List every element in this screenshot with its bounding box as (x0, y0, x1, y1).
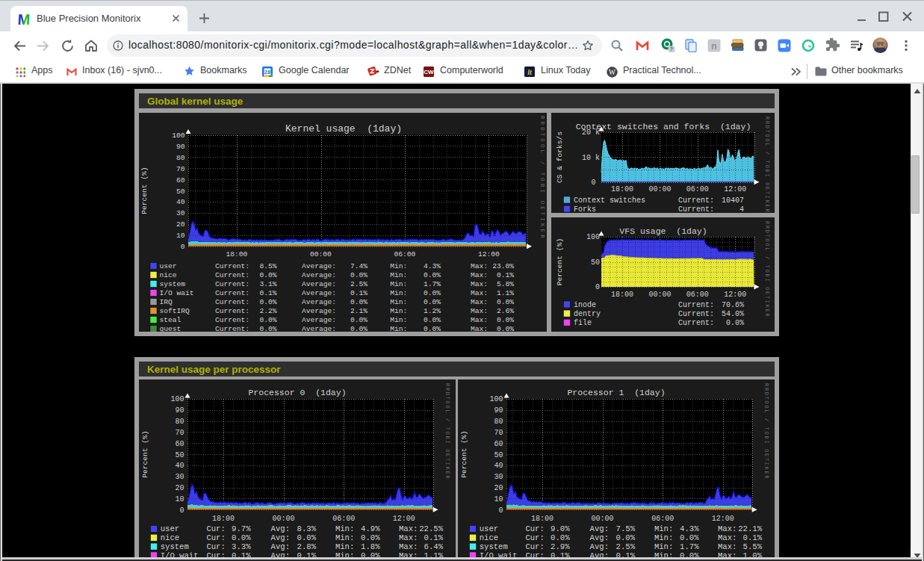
svg-text:M: M (17, 12, 31, 26)
svg-text:4.3%: 4.3% (424, 262, 441, 270)
svg-text:0.1%: 0.1% (743, 533, 763, 542)
svg-text:2.6%: 2.6% (497, 307, 514, 315)
svg-text:18:00: 18:00 (212, 515, 235, 523)
svg-text:70: 70 (175, 429, 184, 437)
svg-text:system: system (160, 280, 186, 288)
svg-text:user: user (160, 262, 177, 270)
svg-text:7.5%: 7.5% (616, 524, 636, 533)
svg-text:50: 50 (175, 451, 184, 459)
svg-text:5.8%: 5.8% (497, 280, 514, 288)
svg-text:2.5%: 2.5% (616, 542, 636, 551)
svg-text:12:00: 12:00 (712, 515, 734, 523)
svg-text:4: 4 (739, 205, 744, 213)
svg-text:06:00: 06:00 (686, 291, 709, 299)
svg-text:60: 60 (175, 440, 184, 448)
svg-text:Min:: Min: (335, 533, 354, 542)
svg-text:0.0%: 0.0% (259, 316, 276, 324)
svg-text:Current:: Current: (678, 205, 714, 213)
svg-text:Min:: Min: (654, 542, 673, 551)
svg-text:0.0%: 0.0% (350, 298, 368, 306)
svg-text:Current:: Current: (215, 316, 249, 324)
svg-text:Current:: Current: (678, 301, 714, 309)
svg-text:00:00: 00:00 (592, 515, 614, 523)
svg-text:50: 50 (494, 451, 503, 459)
svg-text:1.7%: 1.7% (424, 280, 441, 288)
svg-text:0.0%: 0.0% (424, 325, 441, 332)
svg-text:20: 20 (175, 484, 184, 492)
svg-text:VFS usage (1day): VFS usage (1day) (619, 226, 707, 236)
svg-text:80: 80 (176, 154, 185, 162)
svg-text:1.2%: 1.2% (424, 307, 441, 315)
svg-text:Min:: Min: (390, 289, 407, 297)
svg-text:Percent (%): Percent (%) (141, 430, 149, 477)
svg-text:RRDTOOL / TOBI OETIKER: RRDTOOL / TOBI OETIKER (764, 117, 770, 213)
svg-text:user: user (161, 524, 179, 533)
svg-text:0.0%: 0.0% (616, 533, 636, 542)
svg-text:28: 28 (264, 69, 270, 75)
svg-text:Average:: Average: (302, 316, 336, 324)
svg-text:Percent (%): Percent (%) (140, 167, 149, 214)
svg-text:60: 60 (176, 176, 185, 185)
svg-text:50: 50 (176, 187, 185, 196)
svg-text:40: 40 (176, 198, 185, 206)
svg-text:Current:: Current: (215, 325, 249, 332)
svg-text:Forks: Forks (574, 205, 596, 213)
svg-text:0.0%: 0.0% (424, 298, 441, 306)
svg-text:Current:: Current: (215, 271, 249, 279)
svg-text:Min:: Min: (390, 280, 407, 288)
svg-text:80: 80 (175, 418, 184, 426)
svg-text:Cur:: Cur: (525, 542, 544, 551)
svg-text:Max:: Max: (471, 316, 488, 324)
svg-text:Min:: Min: (654, 533, 673, 542)
svg-text:3.1%: 3.1% (259, 280, 276, 288)
svg-text:Average:: Average: (302, 298, 336, 306)
svg-text:RRDTOOL / TOBI OETIKER: RRDTOOL / TOBI OETIKER (539, 116, 545, 241)
svg-text:2.5%: 2.5% (350, 280, 368, 288)
svg-text:18:00: 18:00 (226, 250, 248, 258)
svg-text:7.4%: 7.4% (350, 262, 368, 270)
svg-text:Max:: Max: (718, 524, 737, 533)
svg-text:100: 100 (586, 233, 600, 241)
svg-text:CW: CW (424, 69, 434, 75)
svg-text:Cur:: Cur: (525, 524, 544, 533)
svg-text:Processor 1 (1day): Processor 1 (1day) (567, 388, 665, 397)
svg-text:guest: guest (160, 325, 182, 332)
svg-text:4.9%: 4.9% (361, 524, 380, 533)
svg-text:Average:: Average: (302, 307, 336, 315)
svg-text:Cur:: Cur: (206, 542, 225, 551)
svg-text:0.0%: 0.0% (726, 319, 744, 327)
svg-text:Max:: Max: (718, 542, 737, 551)
svg-text:18:00: 18:00 (531, 515, 554, 523)
svg-text:RRDTOOL / TOBI OETIKER: RRDTOOL / TOBI OETIKER (764, 221, 770, 317)
svg-text:Current:: Current: (215, 289, 249, 297)
svg-text:Max:: Max: (399, 533, 418, 542)
svg-text:Max:: Max: (471, 262, 488, 270)
svg-text:70: 70 (176, 165, 185, 173)
svg-text:0.0%: 0.0% (424, 316, 441, 324)
svg-text:8.3%: 8.3% (297, 524, 317, 533)
svg-text:00:00: 00:00 (310, 250, 332, 258)
svg-text:0: 0 (595, 283, 600, 291)
svg-text:18:00: 18:00 (611, 185, 633, 193)
svg-text:0.0%: 0.0% (497, 325, 514, 332)
svg-text:0.1%: 0.1% (497, 271, 514, 279)
svg-text:Cur:: Cur: (206, 524, 225, 533)
svg-text:I/O wait: I/O wait (160, 289, 194, 297)
svg-text:06:00: 06:00 (651, 515, 674, 523)
svg-text:Min:: Min: (654, 524, 673, 533)
svg-text:8.5%: 8.5% (259, 262, 276, 270)
svg-text:Min:: Min: (390, 307, 407, 315)
svg-text:Max:: Max: (471, 325, 488, 332)
svg-text:Min:: Min: (335, 542, 354, 551)
svg-text:nice: nice (161, 533, 179, 542)
svg-text:0.1%: 0.1% (350, 289, 368, 297)
svg-text:3.3%: 3.3% (232, 542, 251, 551)
svg-text:Current:: Current: (678, 196, 714, 205)
svg-text:0.0%: 0.0% (680, 533, 699, 542)
svg-text:file: file (574, 319, 592, 327)
svg-text:54.0%: 54.0% (722, 310, 744, 318)
svg-text:Max:: Max: (471, 271, 488, 279)
svg-text:00:00: 00:00 (648, 291, 671, 299)
svg-text:0.0%: 0.0% (350, 271, 368, 279)
svg-text:0.0%: 0.0% (361, 533, 380, 542)
